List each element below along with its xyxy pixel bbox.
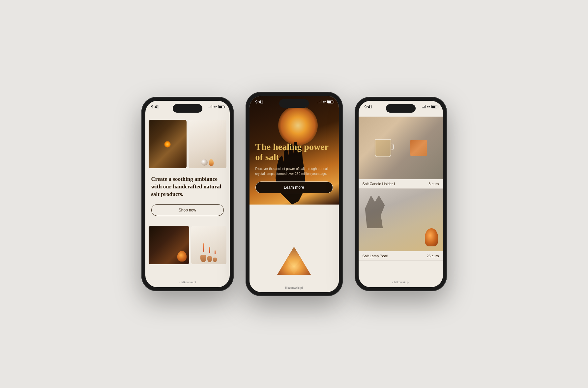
product-name-1: Salt Candle Holder I: [363, 182, 395, 186]
status-time-2: 9:41: [255, 100, 263, 104]
phone1-content: Create a soothing ambiance with our hand…: [145, 101, 230, 264]
status-icons-1: [209, 105, 225, 108]
phones-container: 9:41: [141, 92, 447, 296]
dynamic-island-3: [386, 104, 416, 113]
status-time-3: 9:41: [365, 105, 372, 109]
dynamic-island-1: [173, 104, 202, 113]
product-item-1[interactable]: Salt Candle Holder I 8 euro: [359, 117, 443, 189]
glass-mug-icon: [375, 139, 391, 157]
product-price-2: 25 euro: [426, 254, 439, 258]
wifi-icon-1: [213, 105, 217, 108]
phone1-footer: ii latkowski.pl: [145, 281, 230, 284]
phone1-heading: Create a soothing ambiance with our hand…: [151, 176, 224, 198]
product-info-1: Salt Candle Holder I 8 euro: [359, 179, 443, 188]
signal-icon-2: [318, 100, 321, 103]
dynamic-island-2: [279, 99, 309, 108]
product-image-candle-holder: [359, 117, 443, 179]
phone1-bottom-images: [145, 221, 230, 264]
wifi-icon-2: [322, 100, 326, 103]
phone1-text-section: Create a soothing ambiance with our hand…: [145, 168, 230, 221]
product-price-1: 8 euro: [428, 182, 439, 186]
learn-more-button[interactable]: Learn more: [255, 181, 333, 193]
status-time-1: 9:41: [151, 105, 159, 109]
phone-3: 9:41: [355, 97, 447, 291]
signal-icon-1: [209, 105, 212, 108]
status-icons-2: [318, 100, 334, 103]
status-icons-3: [422, 105, 438, 108]
product-name-2: Salt Lamp Pearl: [363, 254, 388, 258]
phone1-top-images: [145, 117, 230, 168]
product-item-2[interactable]: Salt Lamp Pearl 25 euro: [359, 189, 443, 261]
phone2-hero: 9:41: [250, 96, 339, 205]
phone-2-screen: 9:41: [250, 96, 339, 292]
product-list: Salt Candle Holder I 8 euro Salt Lamp Pe…: [359, 101, 443, 261]
signal-icon-3: [422, 105, 426, 108]
battery-icon-3: [431, 105, 438, 108]
image-candle-glow: [149, 120, 187, 168]
shop-now-button[interactable]: Shop now: [151, 204, 224, 216]
wifi-icon-3: [426, 105, 430, 108]
image-salt-spheres: [189, 120, 226, 168]
phone-3-screen: 9:41: [359, 101, 443, 287]
image-dark-salt-lamp: [149, 226, 189, 264]
battery-icon-2: [327, 100, 334, 103]
phone2-footer: ii latkowski.pl: [250, 286, 339, 290]
phone2-heading: The healing power of salt: [255, 142, 333, 162]
plant-shadow: [365, 195, 385, 228]
phone-2: 9:41: [246, 92, 343, 296]
phone3-footer: ii latkowski.pl: [359, 281, 443, 284]
battery-icon-1: [218, 105, 225, 108]
phone2-text-overlay: The healing power of salt Discover the a…: [255, 142, 333, 193]
candle-block-icon: [410, 140, 427, 156]
salt-crystal-pile: [274, 244, 314, 274]
image-candle-arrangement: [191, 226, 226, 264]
phone-1: 9:41: [141, 97, 234, 291]
lamp-shape: [425, 228, 438, 246]
phone2-subtext: Discover the ancient power of salt throu…: [255, 166, 333, 176]
phone-1-screen: 9:41: [145, 101, 230, 287]
product-image-lamp: [359, 189, 443, 251]
phone2-bottom-section: [250, 233, 339, 286]
product-info-2: Salt Lamp Pearl 25 euro: [359, 251, 443, 261]
